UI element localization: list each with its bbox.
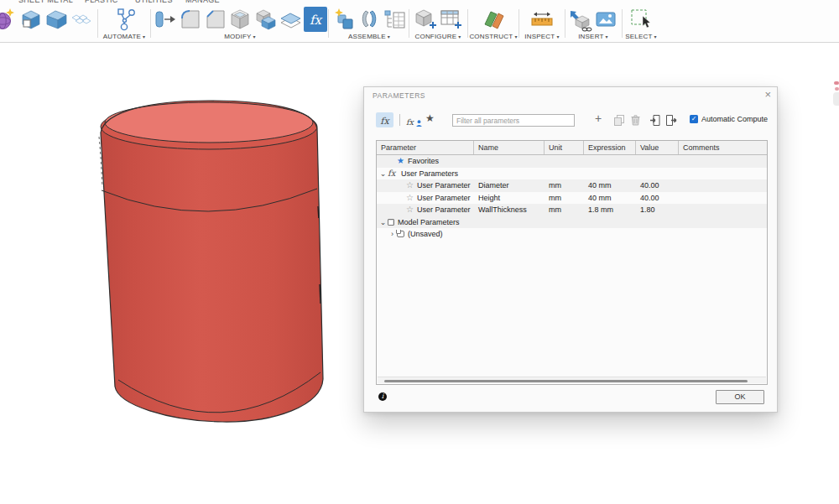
export-csv-button[interactable] [664,114,677,130]
column-header-value[interactable]: Value [636,141,679,154]
insert-group-label[interactable]: INSERT▾ [578,33,608,40]
parameter-expression-cell[interactable]: 40 mm [584,181,636,190]
info-icon[interactable]: i [378,392,387,401]
favorites-filter-button[interactable]: ★ [425,112,435,124]
toolbar-separator [399,114,400,126]
parameter-row[interactable]: ★Favorites [377,155,767,168]
favorite-star-outline-icon[interactable]: ☆ [406,181,414,190]
construct-group-label[interactable]: CONSTRUCT▾ [469,33,517,40]
column-header-parameter[interactable]: Parameter [377,141,474,154]
ribbon-toolbar: SHEET METAL PLASTIC UTILITIES MANAGE [0,0,839,43]
model-cube-icon [388,219,394,226]
configure-group-label[interactable]: CONFIGURE▾ [414,33,461,40]
offset-face-button[interactable] [279,7,302,32]
tab-manage[interactable]: MANAGE [185,0,220,4]
add-parameter-button[interactable]: + [595,112,602,125]
filter-parameters-input[interactable] [452,114,575,127]
column-header-unit[interactable]: Unit [545,141,584,154]
delete-parameter-button[interactable] [630,114,641,129]
construct-planes-icon [482,7,505,32]
ok-button[interactable]: OK [716,390,764,404]
change-parameters-button-active[interactable]: fx [304,7,327,32]
chevron-down-icon[interactable]: ⌄ [378,169,388,178]
favorite-star-outline-icon[interactable]: ☆ [406,194,414,202]
favorite-star-icon[interactable]: ★ [397,157,404,165]
toolbar-separator [565,9,565,38]
measure-icon [530,7,554,32]
construct-button[interactable] [482,7,505,32]
insert-derive-button[interactable] [569,7,592,32]
select-group-label[interactable]: SELECT▾ [625,33,657,40]
duplicate-parameter-button[interactable] [613,114,625,129]
select-button[interactable] [629,7,653,32]
parameter-row[interactable]: ☆User ParameterDiametermm40 mm40.00 [377,179,767,192]
configuration-table-button[interactable] [439,7,462,32]
box-icon [44,7,68,32]
parameter-expression-cell[interactable]: 40 mm [584,194,636,202]
star-icon: ★ [425,112,435,124]
tab-sheet-metal[interactable]: SHEET METAL [18,0,73,4]
parameter-name-cell: Height [474,194,545,202]
parameter-row[interactable]: ☆User ParameterWallThicknessmm1.8 mm1.80 [377,204,767,216]
plus-icon: + [595,112,602,125]
show-all-parameters-button-active[interactable]: fx [376,112,393,127]
automatic-compute-label: Automatic Compute [701,115,768,123]
model-3d-body[interactable] [80,86,340,432]
import-csv-button[interactable] [649,114,662,130]
new-component-button[interactable] [332,7,356,32]
user-parameters-filter-button[interactable]: fx [406,113,423,127]
column-header-name[interactable]: Name [474,141,545,154]
assemble-group-label[interactable]: ASSEMBLE▾ [348,33,390,40]
user-person-icon [416,120,422,127]
automate-button[interactable] [112,7,136,32]
automatic-compute-checkbox[interactable]: ✓ [690,115,698,123]
combine-button[interactable] [253,7,277,32]
configure-button[interactable] [414,7,437,32]
fx-user-icon: fx [406,117,414,127]
toolbar-separator [519,9,519,38]
tab-plastic[interactable]: PLASTIC [85,0,118,4]
dropdown-caret-icon: ▾ [606,34,608,39]
parameter-row[interactable]: ☆User ParameterHeightmm40 mm40.00 [377,192,767,205]
joint-button[interactable] [357,7,381,32]
favorite-star-outline-icon[interactable]: ☆ [406,205,414,214]
horizontal-scrollbar[interactable] [378,377,766,383]
measure-button[interactable] [530,7,554,32]
toolbar-group-configure: CONFIGURE▾ [411,6,465,42]
inspect-group-label[interactable]: INSPECT▾ [524,33,559,40]
toolbar-separator [97,9,98,38]
create-form-button[interactable] [0,7,18,32]
new-component-icon [332,7,356,32]
bom-button[interactable] [383,7,406,32]
mesh-button[interactable] [70,7,93,32]
joint-icon [357,7,381,32]
new-body-icon [19,7,43,32]
shell-icon [228,7,252,32]
parameter-row[interactable]: ⌄fxUser Parameters [377,168,767,180]
column-header-comments[interactable]: Comments [679,141,767,154]
parameters-dialog: PARAMETERS × fx fx ★ + [363,86,778,413]
parameter-row[interactable]: ›(Unsaved) [377,228,767,241]
scrollbar-thumb[interactable] [384,380,748,382]
new-body-button[interactable] [19,7,43,32]
parameter-unit-cell: mm [545,181,584,190]
box-button[interactable] [44,7,68,32]
tab-utilities[interactable]: UTILITIES [135,0,173,4]
automate-group-label[interactable]: AUTOMATE▾ [103,33,146,40]
parameter-row[interactable]: ⌄Model Parameters [377,216,767,229]
parameter-unit-cell: mm [545,205,584,214]
modify-group-label[interactable]: MODIFY▾ [224,33,256,40]
canvas-button[interactable] [594,7,618,32]
column-header-expression[interactable]: Expression [584,141,636,154]
chamfer-button[interactable] [203,7,227,32]
component-icon [397,231,404,237]
press-pull-icon [153,7,176,32]
parameter-expression-cell[interactable]: 1.8 mm [584,205,636,214]
chevron-down-icon[interactable]: ⌄ [378,218,388,226]
shell-button[interactable] [228,7,252,32]
fillet-button[interactable] [178,7,201,32]
press-pull-button[interactable] [153,7,176,32]
insert-derive-icon [569,7,592,32]
export-icon [664,114,677,127]
close-icon[interactable]: × [764,89,771,100]
